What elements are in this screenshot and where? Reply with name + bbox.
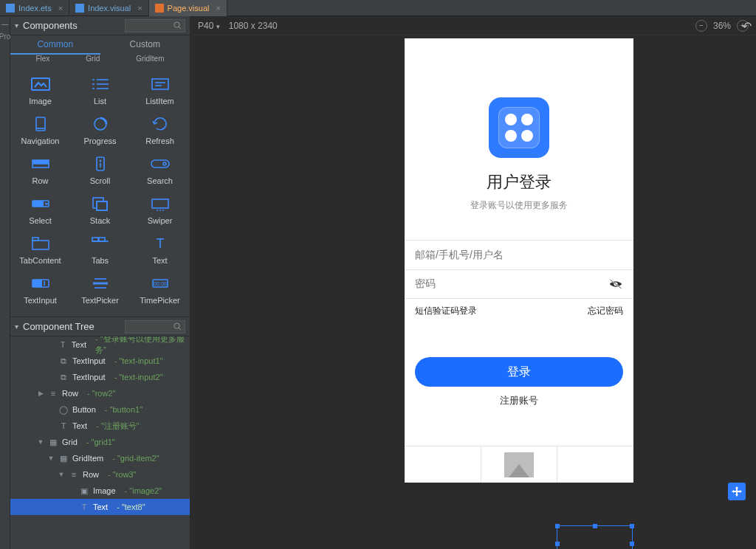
component-row[interactable]: Row [10, 150, 70, 190]
component-list[interactable]: List [70, 70, 130, 110]
tree-search[interactable] [125, 320, 185, 334]
svg-line-4 [179, 27, 181, 29]
undo-icon[interactable]: ↶ [742, 19, 752, 33]
tree-header: ▾ Component Tree [10, 317, 190, 336]
node-value: - "text-input2" [114, 373, 163, 381]
tab-index-visual[interactable]: Index.visual × [69, 0, 149, 16]
tab-index-ets[interactable]: Index.ets × [0, 0, 69, 16]
node-type-icon: ≡ [69, 470, 78, 479]
tabcontent-icon [30, 235, 51, 252]
sms-login-link[interactable]: 短信验证码登录 [415, 305, 477, 317]
node-type-icon: T [80, 503, 89, 511]
password-field[interactable]: 密码 [405, 269, 633, 299]
image-icon [30, 76, 51, 92]
close-icon[interactable]: × [58, 4, 63, 13]
tree-row[interactable]: ⧉TextInput- "text-input2" [10, 369, 190, 385]
components-header: ▾ Components [10, 16, 190, 35]
device-selector[interactable]: P40 ▾ [198, 21, 220, 31]
move-tool-button[interactable] [728, 483, 746, 500]
tree-row[interactable]: TText- "text8" [10, 499, 190, 515]
hint-griditem: GridItem [136, 55, 164, 63]
component-textpicker[interactable]: TextPicker [70, 269, 130, 309]
component-hint-row: Flex Grid GridItem [10, 55, 190, 66]
zoom-out-button[interactable]: − [695, 20, 707, 32]
minimize-icon[interactable]: — [1, 21, 8, 28]
component-label: Select [10, 216, 70, 225]
svg-point-22 [99, 160, 101, 162]
component-navigation[interactable]: Navigation [10, 110, 70, 150]
node-type: Button [72, 405, 96, 414]
component-label: TabContent [10, 256, 70, 265]
tab-label: Page.visual [168, 4, 210, 13]
login-links: 短信验证码登录 忘记密码 [405, 299, 633, 317]
component-text[interactable]: TText [130, 229, 190, 269]
svg-line-50 [179, 328, 181, 330]
login-title: 用户登录 [405, 171, 633, 193]
grid-cell[interactable] [557, 446, 633, 483]
chevron-down-icon: ▾ [216, 23, 220, 30]
tree-row[interactable]: TText- "登录账号以使用更多服务" [10, 336, 190, 353]
component-label: TextInput [10, 296, 70, 305]
close-icon[interactable]: × [216, 4, 220, 13]
panel-title: Components [23, 20, 120, 31]
node-type: GridItem [72, 454, 103, 463]
chevron-icon[interactable]: ▶ [37, 390, 44, 397]
node-type-icon: ⧉ [59, 373, 68, 381]
stack-icon [90, 196, 111, 212]
svg-rect-35 [32, 241, 49, 249]
component-label: Row [10, 176, 70, 185]
tree-row[interactable]: ▶≡Row- "row2" [10, 385, 190, 401]
node-type-icon: ◯ [59, 405, 68, 414]
tree-row[interactable]: ▼▦Grid- "grid1" [10, 434, 190, 450]
textinput-icon [30, 275, 51, 291]
component-tabs[interactable]: Tabs [70, 229, 130, 269]
search-icon [173, 322, 182, 331]
component-scroll[interactable]: Scroll [70, 150, 130, 190]
component-select[interactable]: Select [10, 190, 70, 229]
grid-cell[interactable] [481, 446, 558, 483]
tree-row[interactable]: ◯Button- "button1" [10, 401, 190, 418]
components-search[interactable] [125, 19, 185, 32]
file-icon [75, 4, 84, 13]
component-refresh[interactable]: Refresh [130, 110, 190, 150]
tab-page-visual[interactable]: Page.visual × [149, 0, 227, 16]
chevron-down-icon[interactable]: ▾ [15, 21, 18, 30]
username-field[interactable]: 邮箱/手机号/用户名 [405, 240, 633, 269]
component-image[interactable]: Image [10, 70, 70, 110]
list-icon [90, 76, 111, 92]
component-timepicker[interactable]: 00:00TimePicker [130, 269, 190, 309]
tree-row[interactable]: ▼▦GridItem- "grid-item2" [10, 450, 190, 466]
login-subtitle: 登录账号以使用更多服务 [405, 199, 633, 212]
component-swiper[interactable]: Swiper [130, 190, 190, 229]
component-search[interactable]: Search [130, 150, 190, 190]
svg-rect-20 [32, 160, 49, 164]
tree-row[interactable]: TText- "注册账号" [10, 418, 190, 434]
node-type: Text [72, 340, 86, 349]
component-tabcontent[interactable]: TabContent [10, 229, 70, 269]
subtab-custom[interactable]: Custom [100, 35, 190, 55]
canvas-area: P40 ▾ 1080 x 2340 − 36% + ↶ 用户登录 登录账号以使用… [190, 16, 756, 549]
signup-link[interactable]: 注册账号 [405, 394, 633, 407]
chevron-down-icon[interactable]: ▾ [15, 322, 18, 331]
select-icon [30, 196, 51, 212]
login-button[interactable]: 登录 [415, 357, 623, 387]
component-stack[interactable]: Stack [70, 190, 130, 229]
file-icon [6, 4, 15, 13]
device-preview[interactable]: 用户登录 登录账号以使用更多服务 邮箱/手机号/用户名 密码 短信验证码登录 忘… [405, 38, 633, 483]
row-icon [30, 156, 51, 172]
component-grid: ImageListListItemNavigationProgressRefre… [10, 66, 190, 317]
tree-row[interactable]: ▣Image- "image2" [10, 483, 190, 499]
grid-cell[interactable] [405, 446, 481, 483]
chevron-icon[interactable]: ▼ [58, 471, 65, 478]
component-textinput[interactable]: TextInput [10, 269, 70, 309]
component-progress[interactable]: Progress [70, 110, 130, 150]
tree-row[interactable]: ▼≡Row- "row3" [10, 466, 190, 483]
subtab-common[interactable]: Common [10, 35, 100, 55]
chevron-icon[interactable]: ▼ [47, 455, 55, 462]
forgot-password-link[interactable]: 忘记密码 [588, 305, 623, 317]
component-listitem[interactable]: ListItem [130, 70, 190, 110]
chevron-icon[interactable]: ▼ [37, 438, 44, 446]
close-icon[interactable]: × [137, 4, 142, 13]
timepicker-icon: 00:00 [150, 275, 171, 291]
eye-off-icon[interactable] [608, 278, 623, 290]
